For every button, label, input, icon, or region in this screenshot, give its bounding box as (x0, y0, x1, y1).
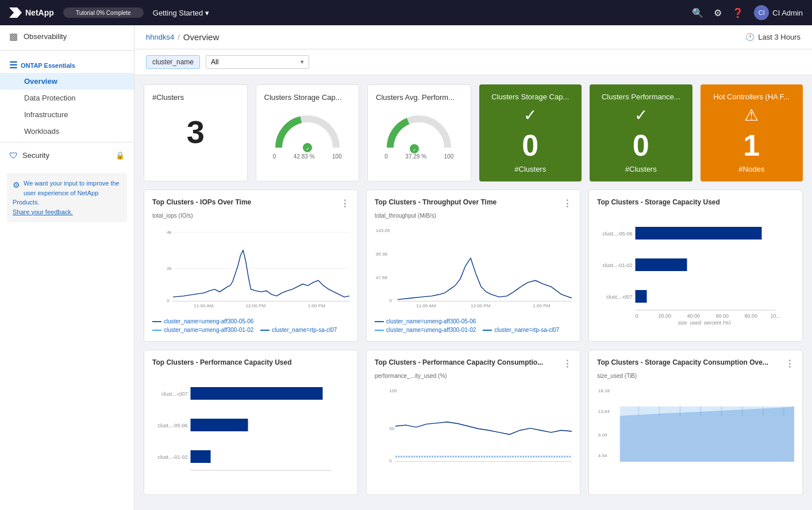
storage-cap-status-value: 0 (522, 128, 538, 163)
legend-label-2: cluster_name=umeng-aff300-01-02 (164, 327, 253, 333)
avatar: CI (754, 5, 769, 20)
breadcrumb: hhndks4 / Overview (146, 32, 219, 42)
feedback-link[interactable]: Share your feedback. (13, 208, 73, 215)
netapp-logo: NetApp (9, 7, 54, 18)
tp-legend-line-2 (375, 330, 384, 331)
main-content: hhndks4 / Overview 🕐 Last 3 Hours cluste… (134, 25, 812, 510)
svg-rect-39 (191, 419, 248, 431)
breadcrumb-parent[interactable]: hhndks4 (146, 33, 174, 41)
tp-legend-label-3: cluster_name=rtp-sa-cl07 (494, 327, 559, 333)
svg-text:✓: ✓ (305, 146, 309, 152)
sidebar-item-overview[interactable]: Overview (0, 73, 134, 90)
tp-legend-line-1 (375, 321, 384, 322)
throughput-chart-menu[interactable]: ⋮ (563, 198, 572, 209)
gauge-labels-perf: 0 37.29 % 100 (384, 153, 453, 160)
storage-cap-used-title: Top Clusters - Storage Capacity Used (597, 198, 794, 206)
clusters-count-value: 3 (152, 107, 239, 156)
svg-text:0: 0 (167, 298, 170, 303)
svg-text:clust...-01-02: clust...-01-02 (157, 454, 187, 460)
legend-label-3: cluster_name=rtp-sa-cl07 (272, 327, 337, 333)
storage-cap-gauge: ✓ 0 42.83 % 100 (264, 107, 351, 160)
svg-text:0: 0 (636, 313, 638, 319)
svg-text:12:00 PM: 12:00 PM (471, 303, 491, 308)
svg-text:clust...-05-06: clust...-05-06 (602, 231, 632, 237)
perf-cap-consumption-axis-label: performance_...ity_used (%) (375, 373, 572, 379)
perf-cap-consumption-svg: 100 50 0 (375, 380, 572, 472)
iops-chart-svg: 4k 2k 0 11:00 AM 12:00 PM 1:00 PM (152, 220, 349, 312)
tutorial-progress-bar: Tutorial 0% Complete (63, 7, 144, 18)
perf-cap-used-chart-card: Top Clusters - Performance Capacity Used… (144, 350, 358, 495)
help-icon[interactable]: ❓ (732, 7, 744, 18)
svg-text:4k: 4k (167, 230, 172, 235)
svg-text:60.00: 60.00 (716, 313, 729, 319)
breadcrumb-separator: / (178, 33, 180, 41)
filter-select-wrap: All (206, 55, 309, 69)
sidebar-item-data-protection[interactable]: Data Protection (0, 90, 134, 106)
sidebar-divider-2 (0, 142, 134, 142)
perf-status-value: 0 (633, 128, 649, 163)
svg-text:1:00 PM: 1:00 PM (533, 303, 550, 308)
search-icon[interactable]: 🔍 (692, 7, 703, 18)
storage-cap-status-title: Clusters Storage Cap... (491, 92, 569, 101)
user-label: CI Admin (772, 9, 803, 17)
storage-cap-consumption-chart-card: Top Clusters - Storage Capacity Consumpt… (588, 350, 803, 495)
perf-cap-consumption-menu[interactable]: ⋮ (563, 358, 572, 369)
dashboard: #Clusters 3 Clusters Storage Cap... ✓ (134, 75, 812, 504)
storage-cap-consumption-title: Top Clusters - Storage Capacity Consumpt… (597, 358, 794, 369)
ontap-essentials-label: ☰ ONTAP Essentials (0, 53, 134, 73)
getting-started-button[interactable]: Getting Started ▾ (153, 9, 209, 17)
svg-text:clust...-cl07: clust...-cl07 (606, 294, 633, 300)
iops-legend: cluster_name=umeng-aff300-05-06 cluster_… (152, 318, 349, 333)
hot-controllers-title: Hot Controllers (HA F... (713, 92, 790, 101)
avg-perf-gauge-card: Clusters Avg. Perform... ✓ 0 37.29 % 100 (367, 84, 471, 181)
perf-cap-consumption-chart-card: Top Clusters - Performance Capacity Cons… (366, 350, 580, 495)
storage-cap-status-card: Clusters Storage Cap... ✓ 0 #Clusters (479, 84, 582, 181)
svg-text:clust...-cl07: clust...-cl07 (161, 391, 188, 397)
tp-legend-label-2: cluster_name=umeng-aff300-01-02 (386, 327, 476, 333)
clock-icon: 🕐 (745, 33, 755, 41)
svg-text:20.00: 20.00 (659, 313, 672, 319)
iops-chart-card: Top Clusters - IOPs Over Time ⋮ total_io… (144, 190, 358, 342)
svg-text:47.68: 47.68 (376, 275, 388, 280)
legend-line-2 (152, 330, 161, 331)
svg-text:1:00 PM: 1:00 PM (308, 303, 325, 308)
throughput-chart-card: Top Clusters - Throughput Over Time ⋮ to… (366, 190, 580, 342)
iops-chart-menu[interactable]: ⋮ (340, 198, 349, 209)
svg-text:size_used_percent (%): size_used_percent (%) (678, 320, 730, 324)
sidebar: ▩ Observability ☰ ONTAP Essentials Overv… (0, 25, 134, 510)
svg-text:clust...-01-02: clust...-01-02 (602, 262, 632, 268)
feedback-box: ⚙ We want your input to improve the user… (7, 173, 127, 222)
sidebar-item-security[interactable]: 🛡 Security 🔒 (0, 145, 134, 166)
perf-cap-bar-svg: clust...-cl07 clust...-05-06 clust...-01… (152, 370, 349, 485)
chevron-down-icon: ▾ (205, 9, 209, 17)
svg-rect-53 (620, 407, 794, 416)
filter-key-label: cluster_name (146, 55, 200, 69)
filter-value-select[interactable]: All (206, 55, 309, 69)
time-filter[interactable]: 🕐 Last 3 Hours (745, 33, 801, 41)
svg-rect-23 (636, 227, 762, 239)
iops-chart-title: Top Clusters - IOPs Over Time ⋮ (152, 198, 349, 209)
storage-cap-gauge-card: Clusters Storage Cap... ✓ 0 42.83 % 100 (256, 84, 360, 181)
user-section[interactable]: CI CI Admin (754, 5, 803, 20)
svg-rect-37 (191, 387, 323, 400)
gauge-svg-perf: ✓ (384, 107, 453, 153)
sidebar-observability-label: Observability (24, 32, 67, 41)
throughput-axis-label: total_throughput (MiB/s) (375, 212, 572, 219)
data-protection-label: Data Protection (24, 94, 76, 102)
sidebar-item-infrastructure[interactable]: Infrastructure (0, 106, 134, 123)
layers-icon: ☰ (9, 60, 17, 71)
sidebar-item-observability[interactable]: ▩ Observability (0, 25, 134, 48)
hot-controllers-card: Hot Controllers (HA F... ⚠ 1 #Nodes (701, 84, 803, 181)
storage-cap-consumption-menu[interactable]: ⋮ (785, 358, 794, 369)
netapp-logo-icon (9, 7, 22, 18)
storage-cap-status-label: #Clusters (514, 165, 546, 173)
avg-perf-gauge: ✓ 0 37.29 % 100 (376, 107, 463, 160)
nav-icons: 🔍 ⚙ ❓ CI CI Admin (692, 5, 803, 20)
top-nav: NetApp Tutorial 0% Complete Getting Star… (0, 0, 812, 25)
infrastructure-label: Infrastructure (24, 110, 68, 119)
charts-row-2: Top Clusters - Performance Capacity Used… (144, 350, 803, 495)
sidebar-item-workloads[interactable]: Workloads (0, 123, 134, 140)
gear-icon[interactable]: ⚙ (714, 7, 722, 18)
gauge-labels-storage: 0 42.83 % 100 (273, 153, 342, 160)
filter-bar: cluster_name All (134, 49, 812, 75)
